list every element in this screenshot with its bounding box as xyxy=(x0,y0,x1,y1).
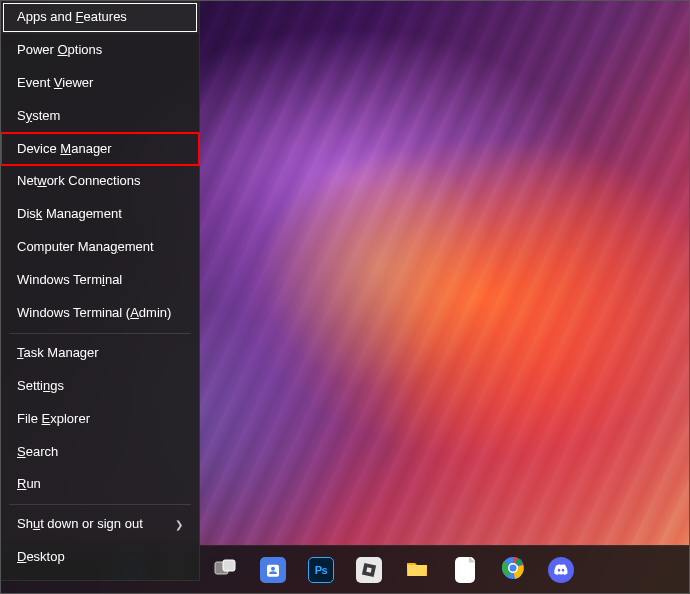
menu-disk-management[interactable]: Disk Management xyxy=(1,198,199,231)
menu-windows-terminal[interactable]: Windows Terminal xyxy=(1,264,199,297)
winx-context-menu: Apps and FeaturesPower OptionsEvent View… xyxy=(1,1,200,581)
menu-item-label: Computer Management xyxy=(17,239,154,256)
menu-separator xyxy=(9,333,191,334)
chrome-button[interactable] xyxy=(493,550,533,590)
taskview-icon xyxy=(213,556,237,584)
file-icon xyxy=(455,557,475,583)
folder-icon xyxy=(405,556,429,584)
menu-network-connections[interactable]: Network Connections xyxy=(1,165,199,198)
menu-power-options[interactable]: Power Options xyxy=(1,34,199,67)
menu-item-label: Search xyxy=(17,444,58,461)
menu-windows-terminal-admin[interactable]: Windows Terminal (Admin) xyxy=(1,297,199,330)
menu-item-label: Disk Management xyxy=(17,206,122,223)
menu-file-explorer[interactable]: File Explorer xyxy=(1,403,199,436)
discord-icon xyxy=(548,557,574,583)
menu-item-label: File Explorer xyxy=(17,411,90,428)
menu-system[interactable]: System xyxy=(1,100,199,133)
menu-item-label: Shut down or sign out xyxy=(17,516,143,533)
svg-point-9 xyxy=(271,566,275,570)
svg-point-17 xyxy=(516,559,522,565)
menu-item-label: Desktop xyxy=(17,549,65,566)
notepad-button[interactable] xyxy=(445,550,485,590)
menu-computer-management[interactable]: Computer Management xyxy=(1,231,199,264)
menu-item-label: Run xyxy=(17,476,41,493)
menu-item-label: System xyxy=(17,108,60,125)
roblox-button[interactable] xyxy=(349,550,389,590)
svg-rect-8 xyxy=(267,564,279,576)
task-view-button[interactable] xyxy=(205,550,245,590)
menu-task-manager[interactable]: Task Manager xyxy=(1,337,199,370)
file-explorer-button[interactable] xyxy=(397,550,437,590)
svg-rect-7 xyxy=(223,560,235,571)
menu-item-label: Network Connections xyxy=(17,173,141,190)
chat-button[interactable] xyxy=(253,550,293,590)
menu-item-label: Windows Terminal xyxy=(17,272,122,289)
menu-apps-features[interactable]: Apps and Features xyxy=(1,1,199,34)
photoshop-icon: Ps xyxy=(308,557,334,583)
menu-search[interactable]: Search xyxy=(1,436,199,469)
photoshop-button[interactable]: Ps xyxy=(301,550,341,590)
discord-button[interactable] xyxy=(541,550,581,590)
menu-item-label: Settings xyxy=(17,378,64,395)
menu-device-manager[interactable]: Device Manager xyxy=(1,133,199,166)
svg-point-16 xyxy=(510,564,517,571)
menu-separator xyxy=(9,504,191,505)
menu-item-label: Power Options xyxy=(17,42,102,59)
menu-item-label: Windows Terminal (Admin) xyxy=(17,305,171,322)
menu-shutdown-signout[interactable]: Shut down or sign out❯ xyxy=(1,508,199,541)
menu-item-label: Apps and Features xyxy=(17,9,127,26)
menu-item-label: Device Manager xyxy=(17,141,112,158)
chrome-icon xyxy=(501,556,525,584)
menu-settings[interactable]: Settings xyxy=(1,370,199,403)
svg-rect-11 xyxy=(366,567,371,572)
menu-event-viewer[interactable]: Event Viewer xyxy=(1,67,199,100)
menu-item-label: Task Manager xyxy=(17,345,99,362)
menu-item-label: Event Viewer xyxy=(17,75,93,92)
roblox-icon xyxy=(356,557,382,583)
menu-desktop[interactable]: Desktop xyxy=(1,541,199,574)
chevron-right-icon: ❯ xyxy=(175,518,183,531)
menu-run[interactable]: Run xyxy=(1,468,199,501)
chat-icon xyxy=(260,557,286,583)
